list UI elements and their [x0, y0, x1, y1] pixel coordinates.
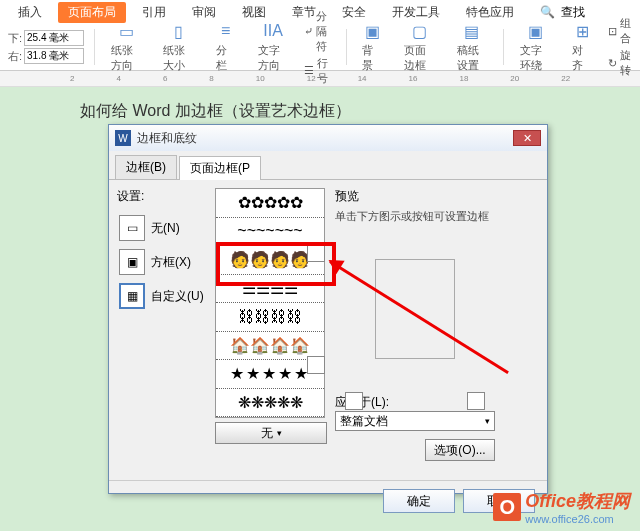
annotation-box	[216, 242, 336, 286]
size-icon: ▯	[169, 21, 189, 41]
align-icon: ⊞	[572, 21, 592, 41]
document-title: 如何给 Word 加边框（设置艺术边框）	[80, 101, 640, 122]
search-icon[interactable]: 🔍	[540, 5, 555, 19]
none-icon: ▭	[119, 215, 145, 241]
orientation-button[interactable]: ▭纸张方向	[105, 19, 148, 75]
background-icon: ▣	[362, 21, 382, 41]
search-label[interactable]: 查找	[561, 4, 585, 21]
dialog-titlebar[interactable]: W 边框和底纹 ✕	[109, 125, 547, 151]
options-button[interactable]: 选项(O)...	[425, 439, 495, 461]
watermark-main: Office教程网	[525, 491, 630, 511]
setting-none[interactable]: ▭无(N)	[117, 211, 207, 245]
textfx-button[interactable]: ▣文字环绕	[514, 19, 557, 75]
setting-box[interactable]: ▣方框(X)	[117, 245, 207, 279]
tab-insert[interactable]: 插入	[8, 2, 52, 23]
margin-left-label: 右:	[8, 49, 22, 64]
group-icon: ⊡	[608, 25, 617, 38]
columns-icon: ≡	[216, 21, 236, 41]
setting-custom[interactable]: ▦自定义(U)	[117, 279, 207, 313]
orientation-icon: ▭	[116, 21, 136, 41]
paper-button[interactable]: ▤稿纸设置	[451, 19, 494, 75]
office-logo-icon: O	[493, 493, 521, 521]
apply-select[interactable]: 整篇文档	[335, 411, 495, 431]
size-button[interactable]: ▯纸张大小	[157, 19, 200, 75]
border-dialog: W 边框和底纹 ✕ 边框(B) 页面边框(P 设置: ▭无(N) ▣方框(X) …	[108, 124, 548, 494]
custom-icon: ▦	[119, 283, 145, 309]
rotate-icon: ↻	[608, 57, 617, 70]
art-none-button[interactable]: 无	[215, 422, 327, 444]
settings-label: 设置:	[117, 188, 207, 205]
background-button[interactable]: ▣背景	[356, 19, 388, 75]
align-button[interactable]: ⊞对齐	[566, 19, 598, 75]
preview-area	[335, 234, 495, 384]
close-button[interactable]: ✕	[513, 130, 541, 146]
textfx-icon: ▣	[525, 21, 545, 41]
watermark-sub: www.office26.com	[525, 513, 630, 525]
preview-rect	[375, 259, 455, 359]
columns-button[interactable]: ≡分栏	[210, 19, 242, 75]
paper-icon: ▤	[462, 21, 482, 41]
art-pattern-8[interactable]: ❋❋❋❋❋	[216, 389, 324, 418]
textdir-icon: IIA	[263, 21, 283, 41]
toggle-bottom[interactable]	[307, 356, 325, 374]
group-button[interactable]: ⊡组合	[608, 16, 632, 46]
ok-button[interactable]: 确定	[383, 489, 455, 513]
dialog-title: 边框和底纹	[137, 130, 197, 147]
art-pattern-1[interactable]: ✿✿✿✿✿	[216, 189, 324, 218]
tab-page-border[interactable]: 页面边框(P	[179, 156, 261, 180]
preview-hint: 单击下方图示或按钮可设置边框	[335, 209, 539, 224]
toggle-right[interactable]	[467, 392, 485, 410]
watermark: O Office教程网 www.office26.com	[493, 489, 630, 525]
break-button[interactable]: ⤶分隔符	[304, 9, 335, 54]
rotate-button[interactable]: ↻旋转	[608, 48, 632, 78]
textdir-button[interactable]: IIA文字方向	[252, 19, 295, 75]
box-icon: ▣	[119, 249, 145, 275]
page-border-button[interactable]: ▢页面边框	[398, 19, 441, 75]
margin-top-input[interactable]	[24, 30, 84, 46]
apply-label: 应用于(L):	[335, 394, 539, 411]
preview-label: 预览	[335, 188, 539, 205]
word-icon: W	[115, 130, 131, 146]
margin-top-label: 下:	[8, 31, 22, 46]
toggle-left[interactable]	[345, 392, 363, 410]
break-icon: ⤶	[304, 25, 313, 38]
tab-border[interactable]: 边框(B)	[115, 155, 177, 179]
page-border-icon: ▢	[409, 21, 429, 41]
art-pattern-5[interactable]: ⛓⛓⛓⛓	[216, 303, 324, 332]
margin-left-input[interactable]	[24, 48, 84, 64]
art-border-list[interactable]: ✿✿✿✿✿ ~~~~~~~ 🧑🧑🧑🧑 ☰☰☰☰ ⛓⛓⛓⛓ 🏠🏠🏠🏠 ★★★★★ …	[215, 188, 325, 418]
